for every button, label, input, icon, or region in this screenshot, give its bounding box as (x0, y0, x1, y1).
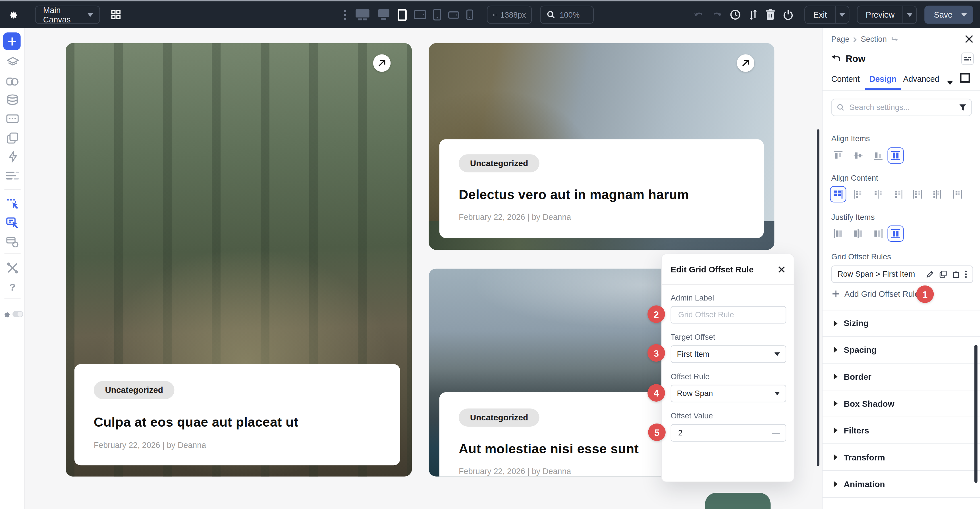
canvas-scrollbar[interactable] (817, 129, 819, 466)
category-badge[interactable]: Uncategorized (94, 381, 175, 399)
duplicate-icon[interactable] (939, 270, 947, 278)
align-content-option-button[interactable] (851, 186, 867, 202)
select-frame-icon[interactable] (0, 194, 25, 212)
history-icon[interactable] (730, 10, 741, 20)
filter-funnel-icon[interactable] (959, 104, 966, 111)
field-icon[interactable] (0, 110, 25, 127)
post-meta: February 22, 2026 | by Deanna (94, 440, 380, 450)
breadcrumb-section[interactable]: Section (861, 35, 887, 44)
close-icon[interactable] (778, 266, 785, 273)
database-icon[interactable] (0, 91, 25, 109)
tab-advanced[interactable]: Advanced (903, 75, 939, 84)
offset-rule-select[interactable]: Row Span (671, 385, 786, 403)
layers-icon[interactable] (0, 54, 25, 71)
post-title[interactable]: Culpa at eos quae aut placeat ut (94, 415, 380, 430)
canvas-selector-dropdown[interactable]: Main Canvas (35, 6, 100, 24)
wrap-settings-button[interactable] (961, 52, 974, 65)
sort-icon[interactable] (749, 10, 758, 20)
offset-value-input[interactable] (677, 428, 772, 438)
target-offset-select[interactable]: First Item (671, 346, 786, 363)
align-content-start-button[interactable] (830, 186, 846, 202)
open-post-button[interactable] (373, 54, 391, 72)
panel-scrollbar[interactable] (974, 345, 977, 483)
settings-search[interactable] (831, 98, 972, 116)
lightning-icon[interactable] (0, 148, 25, 166)
overflow-dots-icon[interactable] (344, 10, 347, 20)
phone-small-icon[interactable] (466, 10, 473, 20)
tablet-landscape-icon[interactable] (414, 10, 426, 19)
return-icon[interactable] (831, 54, 840, 62)
align-items-center-button[interactable] (850, 147, 866, 163)
accordion-box-shadow[interactable]: Box Shadow (822, 390, 980, 417)
align-content-option-button[interactable] (890, 186, 906, 202)
add-grid-offset-rule-button[interactable]: Add Grid Offset Rule (832, 289, 919, 298)
justify-items-stretch-button[interactable] (888, 225, 904, 242)
zoom-control[interactable]: 100% (540, 6, 594, 24)
trash-icon[interactable] (766, 10, 775, 20)
align-content-option-button[interactable] (910, 186, 926, 202)
laptop-icon[interactable] (377, 9, 391, 21)
align-content-option-button[interactable] (949, 186, 966, 202)
category-badge[interactable]: Uncategorized (459, 408, 539, 427)
align-items-stretch-button[interactable] (888, 147, 904, 163)
grid-offset-rule-item[interactable]: Row Span > First Item (831, 266, 973, 283)
align-content-option-button[interactable] (929, 186, 946, 202)
open-post-button[interactable] (737, 54, 755, 72)
annotation-badge-5: 5 (648, 423, 666, 441)
phone-icon[interactable] (433, 9, 442, 21)
canvas-width-control[interactable]: 1388px (487, 6, 532, 24)
unit-dash-icon[interactable]: — (772, 428, 780, 438)
desktop-icon[interactable] (355, 9, 370, 21)
help-icon[interactable]: ? (0, 279, 25, 296)
tab-design[interactable]: Design (869, 75, 896, 84)
divider (4, 253, 21, 254)
gear-icon[interactable] (0, 10, 25, 20)
add-block-button[interactable] (3, 32, 21, 50)
accordion-filters[interactable]: Filters (822, 417, 980, 444)
accordion-transform[interactable]: Transform (822, 444, 980, 471)
panel-close-button[interactable] (965, 34, 973, 46)
phone-landscape-icon[interactable] (449, 11, 460, 18)
pencil-icon[interactable] (926, 270, 934, 278)
tab-state-caret[interactable] (947, 76, 953, 87)
trash-icon[interactable] (953, 270, 959, 278)
justify-items-end-button[interactable] (870, 225, 886, 242)
accordion-border[interactable]: Border (822, 363, 980, 390)
breakpoint-indicator[interactable] (959, 73, 970, 86)
redo-icon[interactable] (712, 11, 722, 19)
category-badge[interactable]: Uncategorized (459, 154, 539, 173)
grid-view-icon[interactable] (104, 10, 127, 19)
admin-label-input[interactable] (677, 310, 780, 320)
exit-button[interactable]: Exit (805, 6, 850, 24)
dark-mode-toggle[interactable] (0, 305, 25, 323)
save-button[interactable]: Save (924, 6, 973, 24)
align-items-start-button[interactable] (830, 147, 846, 163)
tablet-portrait-icon[interactable] (398, 8, 407, 21)
pages-icon[interactable] (0, 129, 25, 147)
component-icon[interactable] (0, 233, 25, 251)
tools-icon[interactable] (0, 259, 25, 277)
align-content-option-button[interactable] (870, 186, 886, 202)
justify-items-start-button[interactable] (830, 225, 846, 242)
breadcrumb-page[interactable]: Page (831, 35, 850, 44)
select-block-icon[interactable] (0, 214, 25, 231)
load-more-button[interactable] (705, 493, 770, 509)
dots-vertical-icon[interactable] (965, 270, 967, 278)
admin-label-field[interactable] (671, 306, 786, 324)
accordion-sizing[interactable]: Sizing (822, 310, 980, 337)
settings-search-input[interactable] (848, 103, 959, 113)
tab-content[interactable]: Content (831, 75, 860, 84)
accordion-spacing[interactable]: Spacing (822, 336, 980, 363)
shapes-icon[interactable] (0, 73, 25, 90)
preview-button[interactable]: Preview (857, 6, 917, 24)
post-card[interactable]: Uncategorized Delectus vero aut in magna… (429, 43, 775, 250)
navigator-icon[interactable] (0, 167, 25, 184)
post-title[interactable]: Delectus vero aut in magnam harum (459, 187, 745, 203)
power-icon[interactable] (783, 10, 793, 20)
undo-icon[interactable] (694, 11, 704, 19)
accordion-animation[interactable]: Animation (822, 471, 980, 498)
post-card[interactable]: Uncategorized Culpa at eos quae aut plac… (66, 43, 412, 477)
align-items-end-button[interactable] (870, 147, 886, 163)
justify-items-center-button[interactable] (850, 225, 866, 242)
offset-value-field[interactable]: — (671, 424, 786, 442)
